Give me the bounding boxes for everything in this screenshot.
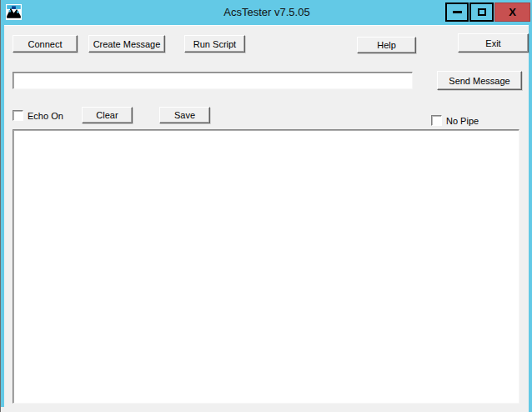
window-border-right [529,25,532,412]
no-pipe-label: No Pipe [446,116,479,126]
create-message-button[interactable]: Create Message [88,35,165,53]
exit-button[interactable]: Exit [458,33,529,53]
window-border-left [1,25,4,407]
echo-on-checkbox[interactable] [13,110,23,121]
help-button[interactable]: Help [357,37,416,53]
clear-button[interactable]: Clear [82,107,133,123]
minimize-icon [453,11,462,13]
minimize-button[interactable] [445,3,469,22]
save-button[interactable]: Save [159,107,210,123]
connect-button[interactable]: Connect [13,35,78,53]
send-message-button[interactable]: Send Message [437,71,522,90]
run-script-button[interactable]: Run Script [184,35,245,53]
echo-on-label: Echo On [28,111,63,121]
maximize-button[interactable] [469,3,494,22]
close-button[interactable]: X [494,3,530,22]
app-window: AcsTester v7.5.05 X Connect Create Messa… [0,0,532,412]
no-pipe-checkbox[interactable] [431,115,442,126]
message-input[interactable] [13,72,413,89]
close-icon: X [509,7,516,18]
log-textarea[interactable] [13,129,519,404]
maximize-icon [478,8,486,16]
window-controls: X [445,3,530,22]
titlebar[interactable]: AcsTester v7.5.05 X [1,0,532,25]
titlebar-divider [4,25,529,26]
